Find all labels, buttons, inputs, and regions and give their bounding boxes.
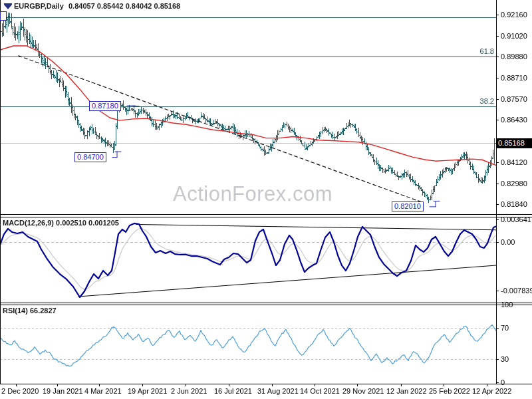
price-annotation-flag[interactable]: 0.82010 [392,201,424,211]
price-axis-tick: 0.87570 [501,95,527,103]
price-annotation-flag[interactable]: 0.87180 [89,101,121,111]
date-axis-label: 12 Jan 2022 [386,387,427,395]
date-axis-label: 16 Jul 2021 [214,387,252,395]
chart-title: EURGBP,Daily0.84057 0.85442 0.84042 0.85… [14,2,180,10]
chart-object-anchor[interactable] [0,11,7,21]
price-axis-tick: 0.89880 [501,53,527,61]
fib-level-label: 38.2 [480,97,494,105]
date-axis-label: 12 Apr 2022 [472,387,511,395]
trading-chart-window: EURGBP,Daily0.84057 0.85442 0.84042 0.85… [0,0,532,399]
date-axis-label: 14 Oct 2021 [300,387,340,395]
rsi-axis-tick: 30 [501,355,509,363]
date-axis-label: 25 Feb 2022 [429,387,470,395]
price-axis-tick: 0.86430 [501,116,527,124]
rsi-axis-tick: 0 [501,378,505,386]
date-axis-label: 29 Nov 2021 [342,387,384,395]
rsi-indicator-label: RSI(14) 66.2827 [3,307,57,315]
price-axis-tick: 0.81840 [501,200,527,208]
date-axis-label: 19 Apr 2021 [128,387,167,395]
macd-axis-tick: 0.00 [501,238,515,246]
symbol-period-label: EURGBP,Daily [14,2,64,10]
date-axis-label: 19 Jan 2021 [43,387,83,395]
date-axis-label: 2 Dec 2020 [1,387,39,395]
dropdown-triangle [4,5,12,9]
price-axis-tick: 0.88710 [501,74,527,82]
macd-axis-tick: 0.003641 [501,215,531,223]
macd-axis-tick: -0.007839 [501,287,532,295]
date-axis-label: 31 Aug 2021 [257,387,299,395]
watermark: ActionForex.com [173,182,332,206]
symbol-dropdown-icon[interactable] [4,3,12,10]
current-price-marker: 0.85168 [497,138,532,148]
price-axis-tick: 0.92160 [501,11,527,19]
date-axis-label: 2 Jun 2021 [171,387,207,395]
price-axis-tick: 0.82980 [501,180,527,188]
macd-indicator-label: MACD(12,26,9) 0.002510 0.001205 [3,219,119,227]
rsi-axis-tick: 100 [501,301,513,309]
rsi-axis-tick: 70 [501,324,509,332]
price-axis-tick: 0.84120 [501,158,527,166]
price-annotation-flag[interactable]: 0.84700 [74,152,106,162]
fib-level-label: 61.8 [480,47,494,55]
price-axis-tick: 0.91020 [501,32,527,40]
ohlc-quote: 0.84057 0.85442 0.84042 0.85168 [68,2,180,10]
date-axis-label: 4 Mar 2021 [84,387,122,395]
